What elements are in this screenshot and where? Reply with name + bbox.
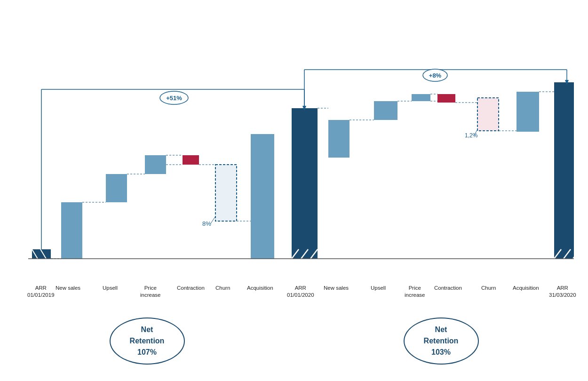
bar-new-sales-2 [328, 120, 350, 158]
label-new-sales-1: New sales [56, 285, 80, 292]
bar-upsell-2 [374, 101, 397, 120]
label-acquisition-1: Acquisition [247, 285, 273, 292]
label-price-increase-1: Price increase [140, 285, 160, 299]
bar-arr-2020-03 [554, 82, 574, 259]
bar-arr-2020-01 [292, 108, 318, 259]
label-new-sales-2: New sales [324, 285, 349, 292]
bar-churn-1 [215, 165, 237, 221]
text-51pct: +51% [166, 95, 182, 102]
bar-acquisition-2 [516, 92, 539, 132]
bar-contraction-2 [437, 94, 455, 103]
retention-section: NetRetention107% NetRetention103% [0, 318, 588, 365]
label-upsell-2: Upsell [371, 285, 386, 292]
retention-oval-2: NetRetention103% [404, 318, 479, 365]
chart-container: 8% +51% [14, 28, 574, 292]
label-churn-2: Churn [481, 285, 496, 292]
label-arr-2020-01: ARR 01/01/2020 [287, 285, 314, 299]
bar-new-sales-1 [61, 202, 82, 259]
bar-price-increase-1 [145, 155, 166, 174]
label-contraction-2: Contraction [434, 285, 462, 292]
label-arr-2020-03: ARR 31/03/2020 [549, 285, 576, 299]
label-12pct: 1,2% [465, 132, 478, 139]
label-acquisition-2: Acquisition [513, 285, 539, 292]
text-8pct: +8% [429, 72, 442, 79]
label-upsell-1: Upsell [103, 285, 118, 292]
bar-upsell-1 [106, 174, 127, 202]
retention-text-1: NetRetention107% [130, 324, 165, 358]
label-price-increase-2: Price increase [405, 285, 425, 299]
label-contraction-1: Contraction [177, 285, 205, 292]
label-arr-2019: ARR 01/01/2019 [27, 285, 55, 299]
bar-churn-2 [477, 98, 499, 131]
bar-contraction-1 [183, 155, 199, 165]
retention-text-2: NetRetention103% [424, 324, 459, 358]
bar-price-increase-2 [412, 94, 430, 101]
waterfall-chart: 8% +51% [14, 28, 574, 292]
svg-line-9 [211, 216, 215, 223]
retention-oval-1: NetRetention107% [110, 318, 185, 365]
label-8pct: 8% [202, 220, 211, 227]
bar-acquisition-1 [251, 134, 274, 259]
label-churn-1: Churn [215, 285, 230, 292]
